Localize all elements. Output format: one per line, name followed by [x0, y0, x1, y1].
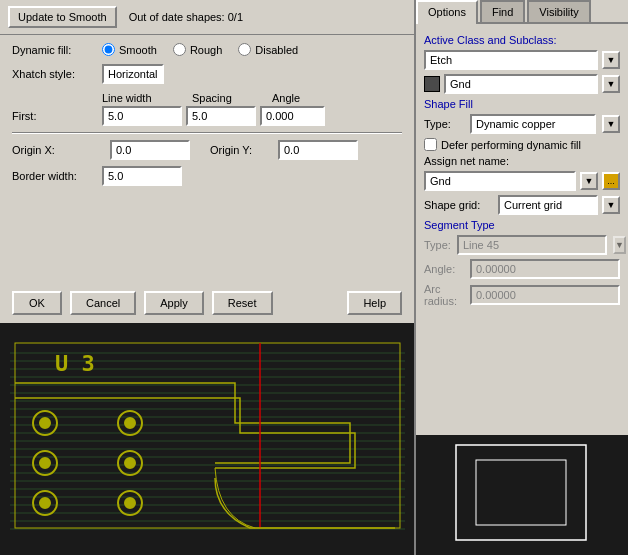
dynamic-fill-label: Dynamic fill: [12, 44, 102, 56]
dynamic-fill-radio-group: Smooth Rough Disabled [102, 43, 298, 56]
pcb-preview-svg [416, 435, 628, 555]
active-class-title: Active Class and Subclass: [424, 34, 620, 46]
form-area: Dynamic fill: Smooth Rough Disabled Xhat… [0, 35, 414, 283]
hatch-style-row: Xhatch style: Horizontal Vertical Cross [12, 64, 402, 84]
border-width-row: Border width: [12, 166, 402, 186]
radio-smooth-label: Smooth [119, 44, 157, 56]
origin-y-input[interactable] [278, 140, 358, 160]
net-dropdown-arrow[interactable]: ▼ [580, 172, 598, 190]
buttons-row: OK Cancel Apply Reset Help [0, 283, 414, 323]
svg-point-30 [40, 418, 50, 428]
net-dropdown[interactable]: Gnd [424, 171, 576, 191]
right-panel-content: Active Class and Subclass: Etch ▼ Gnd ▼ … [416, 24, 628, 435]
help-button[interactable]: Help [347, 291, 402, 315]
border-width-input[interactable] [102, 166, 182, 186]
tab-options[interactable]: Options [416, 0, 478, 24]
shape-grid-label: Shape grid: [424, 199, 494, 211]
defer-checkbox[interactable] [424, 138, 437, 151]
left-panel: Update to Smooth Out of date shapes: 0/1… [0, 0, 415, 555]
svg-point-36 [125, 418, 135, 428]
toolbar: Update to Smooth Out of date shapes: 0/1 [0, 0, 414, 35]
origin-x-input[interactable] [110, 140, 190, 160]
hatch-first-label: First: [12, 110, 102, 122]
seg-type-arrow: ▼ [613, 236, 626, 254]
first-lw-input[interactable] [102, 106, 182, 126]
radio-disabled[interactable]: Disabled [238, 43, 298, 56]
right-panel: Options Find Visibility Active Class and… [415, 0, 628, 555]
assign-net-label: Assign net name: [424, 155, 620, 167]
shape-grid-row: Shape grid: Current grid ▼ [424, 195, 620, 215]
type-dropdown[interactable]: Dynamic copper [470, 114, 596, 134]
radio-rough-label: Rough [190, 44, 222, 56]
type-row: Type: Dynamic copper ▼ [424, 114, 620, 134]
net-folder-button[interactable]: ... [602, 172, 620, 190]
shape-grid-arrow[interactable]: ▼ [602, 196, 620, 214]
sp-header: Spacing [192, 92, 272, 104]
out-of-date-label: Out of date shapes: 0/1 [129, 11, 243, 23]
etch-dropdown-arrow[interactable]: ▼ [602, 51, 620, 69]
shape-grid-dropdown[interactable]: Current grid [498, 195, 598, 215]
angle-label: Angle: [424, 263, 464, 275]
hatch-headers: Line width Spacing Angle [102, 92, 402, 104]
defer-label: Defer performing dynamic fill [441, 139, 581, 151]
radio-disabled-label: Disabled [255, 44, 298, 56]
apply-button[interactable]: Apply [144, 291, 204, 315]
arc-radius-label: Arc radius: [424, 283, 464, 307]
svg-point-40 [125, 498, 135, 508]
svg-point-34 [40, 498, 50, 508]
out-of-date-text: Out of date shapes: [129, 11, 225, 23]
pcb-canvas-svg: U 3 [0, 323, 414, 538]
type-label: Type: [424, 118, 464, 130]
hatch-style-label: Xhatch style: [12, 68, 102, 80]
seg-type-label: Type: [424, 239, 451, 251]
radio-smooth[interactable]: Smooth [102, 43, 157, 56]
reset-button[interactable]: Reset [212, 291, 273, 315]
lw-header: Line width [102, 92, 192, 104]
origin-x-label: Origin X: [12, 144, 102, 156]
defer-row: Defer performing dynamic fill [424, 138, 620, 151]
pcb-preview [416, 435, 628, 555]
gnd-color-swatch [424, 76, 440, 92]
arc-radius-row: Arc radius: [424, 283, 620, 307]
dynamic-fill-row: Dynamic fill: Smooth Rough Disabled [12, 43, 402, 56]
arc-radius-input [470, 285, 620, 305]
seg-type-input [457, 235, 607, 255]
radio-rough[interactable]: Rough [173, 43, 222, 56]
etch-dropdown[interactable]: Etch [424, 50, 598, 70]
seg-type-row: Type: ▼ [424, 235, 620, 255]
svg-rect-41 [416, 435, 628, 555]
first-sp-input[interactable] [186, 106, 256, 126]
svg-text:U 3: U 3 [55, 351, 95, 376]
etch-row: Etch ▼ [424, 50, 620, 70]
first-ang-input[interactable] [260, 106, 325, 126]
segment-type-title: Segment Type [424, 219, 620, 231]
angle-row: Angle: [424, 259, 620, 279]
tab-visibility[interactable]: Visibility [527, 0, 591, 22]
origin-y-label: Origin Y: [210, 144, 270, 156]
gnd-dropdown-arrow[interactable]: ▼ [602, 75, 620, 93]
svg-point-38 [125, 458, 135, 468]
hatch-first-row: First: [12, 106, 402, 126]
gnd-dropdown[interactable]: Gnd [444, 74, 598, 94]
origin-row: Origin X: Origin Y: [12, 140, 402, 160]
cancel-button[interactable]: Cancel [70, 291, 136, 315]
divider-1 [12, 132, 402, 134]
gnd-row: Gnd ▼ [424, 74, 620, 94]
ok-button[interactable]: OK [12, 291, 62, 315]
pcb-canvas-area: U 3 [0, 323, 414, 555]
border-width-label: Border width: [12, 170, 102, 182]
tab-find[interactable]: Find [480, 0, 525, 22]
out-of-date-value: 0/1 [228, 11, 243, 23]
hatch-style-select[interactable]: Horizontal Vertical Cross [102, 64, 164, 84]
tabs-row: Options Find Visibility [416, 0, 628, 24]
update-smooth-button[interactable]: Update to Smooth [8, 6, 117, 28]
angle-input [470, 259, 620, 279]
shape-fill-title: Shape Fill [424, 98, 620, 110]
net-row: Gnd ▼ ... [424, 171, 620, 191]
svg-point-32 [40, 458, 50, 468]
ang-header: Angle [272, 92, 342, 104]
type-dropdown-arrow[interactable]: ▼ [602, 115, 620, 133]
